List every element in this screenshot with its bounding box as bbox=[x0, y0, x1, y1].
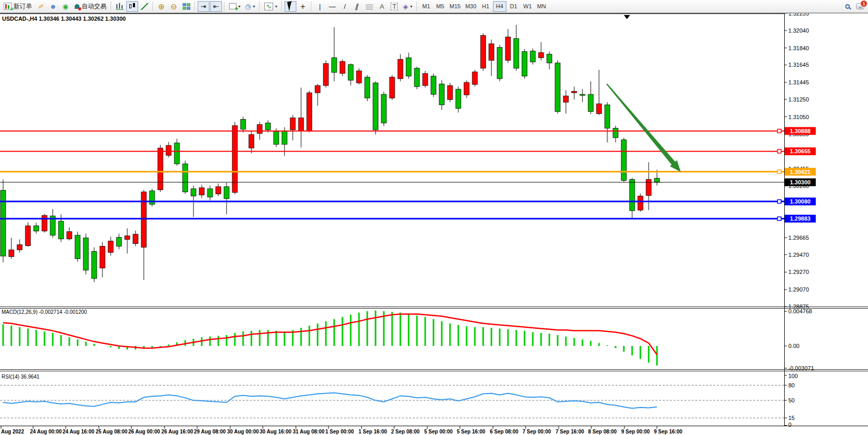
clock-icon: ◷ bbox=[245, 3, 251, 10]
timeframe-m1-button[interactable]: M1 bbox=[420, 1, 433, 12]
svg-text:9 Sep 16:00: 9 Sep 16:00 bbox=[654, 429, 682, 434]
chart-window[interactable]: 1.322351.320401.318401.316451.314451.312… bbox=[0, 0, 868, 435]
timeframe-m30-button[interactable]: M30 bbox=[463, 1, 478, 12]
text-button[interactable]: A bbox=[376, 1, 388, 12]
svg-text:6 Sep 08:00: 6 Sep 08:00 bbox=[490, 429, 518, 434]
signals-button[interactable]: ◉ bbox=[59, 1, 71, 12]
svg-text:100: 100 bbox=[788, 373, 798, 379]
svg-text:31 Aug 08:00: 31 Aug 08:00 bbox=[293, 429, 325, 434]
timeframe-m5-button[interactable]: M5 bbox=[433, 1, 447, 12]
price-chart-svg[interactable]: 1.322351.320401.318401.316451.314451.312… bbox=[0, 0, 868, 435]
svg-text:1.31445: 1.31445 bbox=[788, 79, 809, 85]
svg-text:26 Aug 00:00: 26 Aug 00:00 bbox=[128, 429, 160, 434]
zoom-out-button[interactable]: ⊖ bbox=[168, 1, 180, 12]
profile-button[interactable]: ☻ bbox=[47, 1, 59, 12]
toolbar-separator bbox=[259, 2, 260, 11]
fibonacci-button[interactable] bbox=[364, 1, 376, 12]
toolbar: + 新订单 ✎ ☻ ◉ ☗ 自动交易 ⊕ ⊖ ⇥ ⇤ +▾ ◷▾ ∿▾ + | … bbox=[0, 0, 868, 13]
svg-text:8 Sep 08:00: 8 Sep 08:00 bbox=[588, 429, 617, 434]
periods-button[interactable]: ◷▾ bbox=[243, 1, 257, 12]
text-label-button[interactable]: T bbox=[388, 1, 400, 12]
svg-text:Aug 2022: Aug 2022 bbox=[1, 429, 24, 434]
svg-text:24 Aug 00:00: 24 Aug 00:00 bbox=[30, 429, 62, 434]
styler-button[interactable]: ✎ bbox=[35, 1, 47, 12]
zoom-in-button[interactable]: ⊕ bbox=[156, 1, 168, 12]
bar-chart-icon bbox=[116, 3, 124, 10]
svg-text:1.30080: 1.30080 bbox=[790, 198, 811, 205]
profile-icon: ☻ bbox=[50, 3, 57, 10]
shapes-button[interactable]: ◈▾ bbox=[401, 1, 414, 12]
horizontal-line-button[interactable]: — bbox=[326, 1, 338, 12]
svg-text:9 Sep 00:00: 9 Sep 00:00 bbox=[621, 429, 650, 434]
candlestick-icon bbox=[128, 3, 136, 10]
signals-icon: ◉ bbox=[63, 3, 68, 10]
chart-shift-button[interactable]: ⇤ bbox=[210, 1, 222, 12]
svg-text:1.30655: 1.30655 bbox=[790, 148, 811, 154]
timeframe-w1-button[interactable]: W1 bbox=[521, 1, 534, 12]
autotrade-label: 自动交易 bbox=[82, 2, 107, 11]
new-chart-icon: + bbox=[229, 3, 236, 9]
autotrade-button[interactable]: ☗ 自动交易 bbox=[72, 1, 109, 12]
search-icon bbox=[845, 4, 850, 9]
svg-text:2 Sep 08:00: 2 Sep 08:00 bbox=[391, 429, 420, 434]
trendline-button[interactable]: / bbox=[339, 1, 351, 12]
chart-shift-icon: ⇤ bbox=[213, 3, 219, 10]
cursor-button[interactable] bbox=[285, 1, 296, 12]
svg-text:26 Aug 16:00: 26 Aug 16:00 bbox=[161, 429, 193, 434]
timeframe-mn-button[interactable]: MN bbox=[535, 1, 548, 12]
svg-text:1 Sep 16:00: 1 Sep 16:00 bbox=[358, 429, 387, 434]
notifications-button[interactable]: 1 bbox=[854, 1, 866, 12]
candlestick-chart-button[interactable] bbox=[126, 1, 138, 12]
svg-text:1.31840: 1.31840 bbox=[788, 45, 809, 51]
styler-icon: ✎ bbox=[37, 3, 44, 10]
cursor-icon bbox=[287, 1, 294, 11]
auto-scroll-icon: ⇥ bbox=[201, 3, 206, 10]
macd-indicator-label: MACD(12,26,9) -0.002714 -0.001200 bbox=[2, 309, 87, 315]
chart-title: USDCAD-,H4 1.30346 1.30443 1.30262 1.303… bbox=[2, 16, 126, 22]
indicators-button[interactable]: ∿▾ bbox=[262, 1, 279, 12]
crosshair-button[interactable]: + bbox=[297, 1, 309, 12]
bar-chart-button[interactable] bbox=[114, 1, 126, 12]
timeframe-h1-button[interactable]: H1 bbox=[479, 1, 492, 12]
channel-icon: ∥ bbox=[354, 3, 360, 10]
svg-text:30 Aug 00:00: 30 Aug 00:00 bbox=[227, 429, 259, 434]
auto-scroll-button[interactable]: ⇥ bbox=[198, 1, 209, 12]
svg-text:25 Aug 08:00: 25 Aug 08:00 bbox=[96, 429, 128, 434]
svg-text:1.30888: 1.30888 bbox=[790, 128, 811, 134]
notification-badge: 1 bbox=[861, 1, 867, 7]
timeframe-h4-button[interactable]: H4 bbox=[493, 1, 506, 12]
svg-text:50: 50 bbox=[788, 397, 795, 403]
new-order-button[interactable]: + 新订单 bbox=[2, 1, 34, 12]
chat-icon: 1 bbox=[856, 3, 864, 9]
tile-windows-button[interactable] bbox=[181, 1, 192, 12]
svg-text:1.29270: 1.29270 bbox=[788, 269, 809, 275]
svg-text:1.32040: 1.32040 bbox=[788, 27, 809, 34]
svg-text:30 Aug 16:00: 30 Aug 16:00 bbox=[260, 429, 292, 434]
toolbar-separator bbox=[281, 2, 282, 11]
new-chart-button[interactable]: +▾ bbox=[227, 1, 243, 12]
svg-text:1.31645: 1.31645 bbox=[788, 62, 809, 68]
timeframe-d1-button[interactable]: D1 bbox=[507, 1, 520, 12]
svg-text:1.30421: 1.30421 bbox=[790, 169, 811, 175]
timeframe-m15-button[interactable]: M15 bbox=[447, 1, 462, 12]
line-chart-button[interactable] bbox=[139, 1, 151, 12]
toolbar-separator bbox=[311, 2, 312, 11]
svg-text:-0.003071: -0.003071 bbox=[788, 365, 814, 371]
svg-text:1.29883: 1.29883 bbox=[790, 215, 811, 222]
channel-button[interactable]: ∥ bbox=[351, 1, 363, 12]
new-order-label: 新订单 bbox=[13, 2, 32, 11]
text-label-icon: T bbox=[391, 3, 398, 10]
svg-text:1 Sep 00:00: 1 Sep 00:00 bbox=[325, 429, 354, 434]
vertical-line-button[interactable]: | bbox=[314, 1, 326, 12]
svg-text:5 Sep 16:00: 5 Sep 16:00 bbox=[457, 429, 485, 434]
svg-text:1.30300: 1.30300 bbox=[790, 179, 811, 185]
svg-text:80: 80 bbox=[788, 382, 795, 388]
indicators-icon: ∿ bbox=[264, 3, 273, 10]
toolbar-separator bbox=[194, 2, 196, 11]
autotrade-icon: ☗ bbox=[74, 3, 80, 10]
svg-text:0.004768: 0.004768 bbox=[788, 308, 812, 314]
search-button[interactable] bbox=[842, 1, 854, 12]
tile-windows-icon bbox=[183, 3, 190, 10]
svg-text:5 Sep 00:00: 5 Sep 00:00 bbox=[424, 429, 453, 434]
svg-text:1.29665: 1.29665 bbox=[788, 235, 809, 241]
